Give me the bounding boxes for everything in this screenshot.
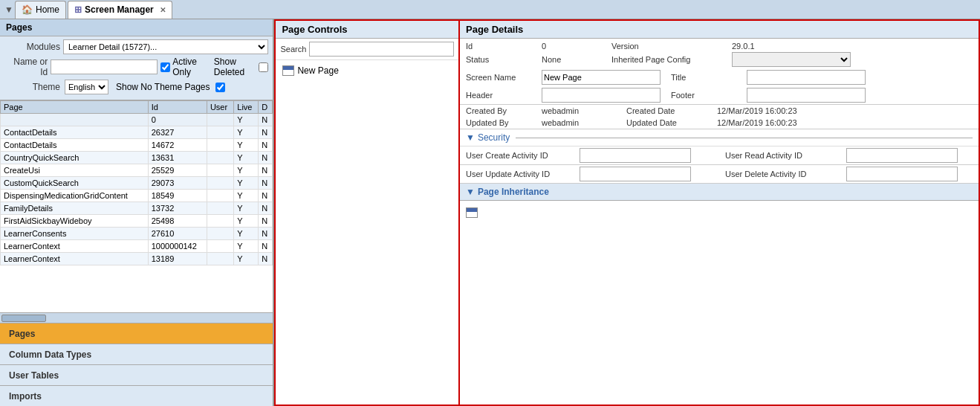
title-label: Title [671,73,745,82]
search-label: Search [280,45,306,54]
tab-home-label: Home [36,4,59,15]
tab-nav-arrow[interactable]: ▼ [3,1,15,19]
inherited-page-config-select[interactable] [732,52,851,67]
tab-screen-manager[interactable]: ⊞ Screen Manager ✕ [68,1,172,19]
page-inheritance-label: Page Inheritance [478,187,549,197]
table-cell-id: 25529 [148,164,207,177]
page-inheritance-header[interactable]: ▼ Page Inheritance [460,184,979,201]
active-only-checkbox[interactable] [160,62,170,72]
table-cell-page: FamilyDetails [1,202,149,215]
screen-name-input[interactable] [542,70,661,85]
table-row[interactable]: LearnerConsents27610YN [1,228,273,240]
table-cell-user [207,190,233,202]
table-cell-page: CustomQuickSearch [1,177,149,190]
col-id[interactable]: Id [148,101,207,114]
theme-select[interactable]: English [65,80,108,94]
table-row[interactable]: ContactDetails26327YN [1,126,273,139]
table-row[interactable]: CreateUsi25529YN [1,164,273,177]
table-cell-d: N [259,253,273,265]
tab-bar: ▼ 🏠 Home ⊞ Screen Manager ✕ [0,0,980,19]
new-page-item[interactable]: New Page [279,63,455,78]
table-row[interactable]: LearnerContext13189YN [1,253,273,265]
user-read-activity-id-input[interactable] [846,148,958,163]
bottom-tab-pages[interactable]: Pages [0,323,273,344]
table-cell-live: Y [234,177,259,190]
modules-label: Modules [4,42,60,52]
table-cell-d: N [259,139,273,152]
col-live[interactable]: Live [234,101,259,114]
table-row[interactable]: DispensingMedicationGridContent18549YN [1,190,273,202]
tab-close-icon[interactable]: ✕ [160,6,166,14]
table-cell-d: N [259,202,273,215]
table-row[interactable]: ContactDetails14672YN [1,139,273,152]
bottom-tab-user-tables[interactable]: User Tables [0,364,273,385]
table-row[interactable]: 0YN [1,114,273,126]
table-cell-user [207,215,233,228]
table-cell-page: LearnerConsents [1,228,149,240]
user-create-activity-id-input[interactable] [580,148,691,163]
horizontal-scrollbar[interactable] [0,312,273,323]
id-value: 0 [542,42,601,51]
version-value: 29.0.1 [732,42,880,51]
table-row[interactable]: FirstAidSickbayWideboy25498YN [1,215,273,228]
security-collapse-icon[interactable]: ▼ [466,132,475,143]
table-cell-live: Y [234,240,259,253]
table-row[interactable]: LearnerContext1000000142YN [1,240,273,253]
table-cell-id: 14672 [148,139,207,152]
table-cell-user [207,202,233,215]
table-cell-d: N [259,114,273,126]
modules-select[interactable]: Learner Detail (15727)... [63,39,268,54]
user-update-activity-id-input[interactable] [580,167,691,181]
show-no-theme-checkbox[interactable] [215,83,225,92]
table-cell-user [207,240,233,253]
bottom-tab-column-data-types[interactable]: Column Data Types [0,344,273,364]
status-label: Status [466,55,540,64]
show-deleted-checkbox[interactable] [259,62,268,72]
user-delete-activity-id-input[interactable] [846,167,958,181]
col-page[interactable]: Page [1,101,149,114]
header-input[interactable] [542,88,661,103]
page-inheritance-content [460,201,979,405]
scrollbar-thumb[interactable] [1,315,46,322]
page-controls-content: New Page [276,60,458,405]
table-cell-id: 18549 [148,190,207,202]
version-label: Version [611,42,730,51]
bottom-tab-imports[interactable]: Imports [0,385,273,406]
table-cell-page: LearnerContext [1,240,149,253]
table-cell-live: Y [234,190,259,202]
table-cell-page: DispensingMedicationGridContent [1,190,149,202]
title-input[interactable] [747,70,866,85]
table-cell-id: 13631 [148,152,207,164]
table-cell-user [207,152,233,164]
right-panel: Page Details Id 0 Version 29.0.1 Status … [460,19,980,406]
table-cell-user [207,139,233,152]
col-d[interactable]: D [259,101,273,114]
table-cell-page [1,114,149,126]
search-input[interactable] [309,42,454,57]
name-or-id-input[interactable] [51,59,158,74]
updated-by-value: webadmin [542,118,616,127]
user-update-activity-id-label: User Update Activity ID [466,170,577,178]
id-label: Id [466,42,540,51]
tab-home[interactable]: 🏠 Home [15,1,66,19]
footer-input[interactable] [747,88,866,103]
theme-label: Theme [4,82,60,92]
header-label: Header [466,91,540,100]
home-icon: 🏠 [22,4,33,15]
table-row[interactable]: CountryQuickSearch13631YN [1,152,273,164]
col-user[interactable]: User [207,101,233,114]
table-cell-id: 1000000142 [148,240,207,253]
new-page-icon [282,65,294,76]
table-cell-live: Y [234,215,259,228]
table-cell-id: 0 [148,114,207,126]
inherited-page-config-label: Inherited Page Config [611,55,730,64]
updated-by-label: Updated By [466,118,540,127]
table-row[interactable]: CustomQuickSearch29073YN [1,177,273,190]
table-cell-user [207,177,233,190]
screen-name-label: Screen Name [466,73,540,82]
table-row[interactable]: FamilyDetails13732YN [1,202,273,215]
status-value: None [542,55,601,64]
table-cell-page: CountryQuickSearch [1,152,149,164]
user-delete-activity-id-label: User Delete Activity ID [725,170,844,178]
table-cell-id: 13189 [148,253,207,265]
